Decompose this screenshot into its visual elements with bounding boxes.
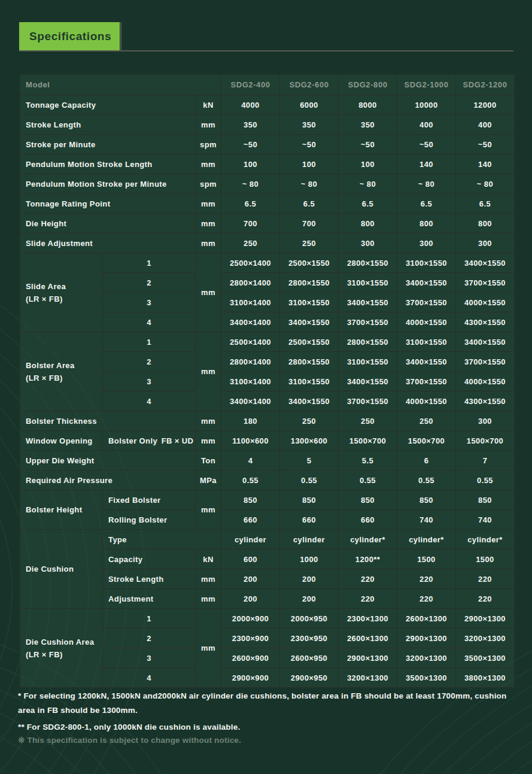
- value-cell: 3700×1550: [339, 391, 397, 411]
- value-cell: 4000×1550: [397, 312, 456, 332]
- value-cell: 100: [339, 154, 397, 174]
- value-cell: 850: [280, 490, 339, 510]
- value-cell: 4000×1550: [456, 293, 515, 312]
- value-cell: 200: [280, 589, 339, 609]
- value-cell: 2900×1300: [339, 648, 397, 668]
- value-cell: 350: [339, 115, 397, 135]
- sub-label-cell: 4: [103, 312, 196, 332]
- value-cell: 2800×1550: [280, 273, 339, 293]
- model-column-header: SDG2-800: [339, 75, 397, 95]
- value-cell: 140: [397, 154, 456, 174]
- value-cell: 2900×1300: [397, 629, 456, 648]
- model-column-header: SDG2-1000: [397, 75, 456, 95]
- value-cell: 300: [456, 233, 515, 253]
- specifications-tab: Specifications: [19, 22, 120, 50]
- value-cell: 6.5: [397, 194, 456, 214]
- value-cell: 700: [221, 214, 280, 233]
- value-cell: 3700×1550: [397, 372, 456, 391]
- value-cell: 3400×1400: [221, 312, 280, 332]
- sub-label-cell: 2: [103, 352, 196, 372]
- value-cell: 1500×700: [397, 431, 456, 451]
- value-cell: 660: [339, 510, 397, 530]
- row-label-cell: Die Cushion: [20, 530, 103, 609]
- sub-label-cell: 2: [103, 629, 196, 648]
- unit-cell: mm: [196, 194, 221, 214]
- specifications-tab-label: Specifications: [29, 30, 111, 43]
- value-cell: 2600×900: [221, 648, 280, 668]
- row-label-line: Bolster Area: [26, 359, 102, 372]
- value-cell: 3500×1300: [456, 648, 515, 668]
- value-cell: 2900×900: [221, 668, 280, 688]
- value-cell: ~ 80: [280, 174, 339, 194]
- value-cell: 350: [221, 115, 280, 135]
- value-cell: ~50: [397, 135, 456, 154]
- value-cell: 2800×1400: [221, 352, 280, 372]
- value-cell: 2600×950: [280, 648, 339, 668]
- value-cell: cylinder: [280, 530, 339, 550]
- value-cell: 250: [280, 411, 339, 431]
- row-label-cell: Window Opening: [20, 431, 103, 451]
- value-cell: 220: [456, 589, 515, 609]
- row-label-cell: Tonnage Capacity: [20, 95, 196, 115]
- value-cell: 1500×700: [456, 431, 515, 451]
- value-cell: 250: [280, 233, 339, 253]
- row-label-line: (LR × FB): [26, 648, 102, 661]
- value-cell: 3400×1550: [397, 273, 456, 293]
- value-cell: 2900×950: [280, 668, 339, 688]
- value-cell: 4300×1550: [456, 391, 515, 411]
- value-cell: 600: [221, 550, 280, 569]
- unit-cell: mm: [196, 154, 221, 174]
- unit-cell: mm: [196, 233, 221, 253]
- unit-cell: mm: [196, 115, 221, 135]
- unit-cell: mm: [196, 332, 221, 411]
- value-cell: 850: [456, 490, 515, 510]
- value-cell: cylinder*: [339, 530, 397, 550]
- value-cell: 3400×1550: [280, 391, 339, 411]
- row-label-line: (LR × FB): [26, 293, 102, 305]
- value-cell: 6.5: [339, 194, 397, 214]
- value-cell: cylinder: [221, 530, 280, 550]
- value-cell: 3800×1300: [456, 668, 515, 688]
- value-cell: 3100×1550: [397, 253, 456, 273]
- value-cell: 3400×1550: [456, 253, 515, 273]
- value-cell: 1200**: [339, 550, 397, 569]
- sub-label-cell: 3: [103, 293, 196, 312]
- value-cell: ~ 80: [397, 174, 456, 194]
- value-cell: 1500: [397, 550, 456, 569]
- value-cell: 2500×1400: [221, 332, 280, 352]
- value-cell: cylinder*: [456, 530, 515, 550]
- model-column-header: SDG2-1200: [456, 75, 515, 95]
- unit-cell: Ton: [196, 451, 221, 471]
- value-cell: 4: [221, 451, 280, 471]
- value-cell: ~50: [456, 135, 515, 154]
- value-cell: 3200×1300: [397, 648, 456, 668]
- value-cell: 1500: [456, 550, 515, 569]
- model-header-cell: Model: [20, 75, 221, 95]
- value-cell: 3400×1550: [456, 332, 515, 352]
- value-cell: 3100×1550: [397, 332, 456, 352]
- value-cell: 1000: [280, 550, 339, 569]
- specifications-table: ModelSDG2-400SDG2-600SDG2-800SDG2-1000SD…: [20, 74, 515, 688]
- value-cell: 2000×950: [280, 609, 339, 629]
- value-cell: 400: [397, 115, 456, 135]
- sub-label-cell: Fixed Bolster: [103, 490, 196, 510]
- sub-label-cell: 1: [103, 609, 196, 629]
- value-cell: ~50: [221, 135, 280, 154]
- row-label-cell: Required Air Pressure: [20, 471, 196, 490]
- value-cell: 3200×1300: [339, 668, 397, 688]
- row-label-cell: Stroke per Minute: [20, 135, 196, 154]
- value-cell: 2300×950: [280, 629, 339, 648]
- value-cell: 0.55: [397, 471, 456, 490]
- unit-cell: spm: [196, 174, 221, 194]
- value-cell: 250: [339, 411, 397, 431]
- footnotes: * For selecting 1200kN, 1500kN and2000kN…: [18, 689, 517, 746]
- unit-cell: mm: [196, 490, 221, 530]
- row-label-cell: Slide Adjustment: [20, 233, 196, 253]
- value-cell: ~50: [339, 135, 397, 154]
- value-cell: 10000: [397, 95, 456, 115]
- value-cell: 660: [221, 510, 280, 530]
- value-cell: 2500×1400: [221, 253, 280, 273]
- value-cell: 1300×600: [280, 431, 339, 451]
- unit-cell: mm: [196, 589, 221, 609]
- row-label-cell: Die Height: [20, 214, 196, 233]
